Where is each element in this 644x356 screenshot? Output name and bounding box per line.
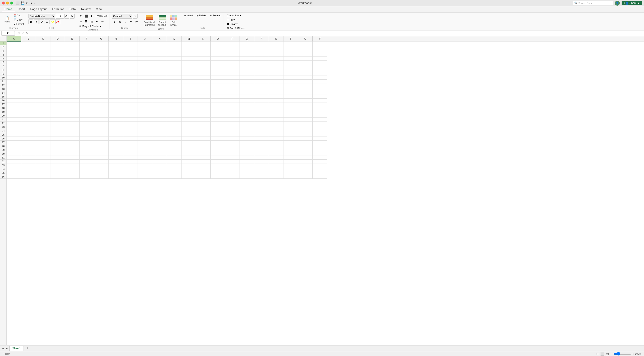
cell-E34[interactable] — [65, 167, 80, 171]
cell-N24[interactable] — [196, 129, 211, 133]
cell-U30[interactable] — [298, 152, 312, 156]
cell-F14[interactable] — [80, 91, 94, 95]
cell-C32[interactable] — [36, 160, 50, 163]
cell-L13[interactable] — [167, 87, 182, 91]
cell-J3[interactable] — [138, 49, 152, 53]
cell-I36[interactable] — [123, 175, 138, 179]
cell-B15[interactable] — [21, 95, 36, 99]
cell-B36[interactable] — [21, 175, 36, 179]
cell-B25[interactable] — [21, 133, 36, 137]
conditional-formatting-button[interactable]: Conditional Formatting — [142, 14, 156, 27]
cell-L20[interactable] — [167, 114, 182, 118]
cell-S10[interactable] — [269, 76, 284, 80]
cell-R14[interactable] — [254, 91, 269, 95]
cell-S14[interactable] — [269, 91, 284, 95]
tab-view[interactable]: View — [94, 7, 105, 12]
cell-L27[interactable] — [167, 141, 182, 144]
cell-A7[interactable] — [7, 64, 21, 68]
cell-H30[interactable] — [109, 152, 123, 156]
cell-L25[interactable] — [167, 133, 182, 137]
cell-G2[interactable] — [94, 45, 109, 49]
cell-S6[interactable] — [269, 61, 284, 64]
cell-I28[interactable] — [123, 144, 138, 148]
cell-A9[interactable] — [7, 72, 21, 76]
cell-I17[interactable] — [123, 103, 138, 106]
cell-P23[interactable] — [225, 125, 240, 129]
cell-E10[interactable] — [65, 76, 80, 80]
cell-F2[interactable] — [80, 45, 94, 49]
cell-Q18[interactable] — [240, 106, 254, 110]
col-header-Q[interactable]: Q — [240, 36, 254, 41]
cell-Q15[interactable] — [240, 95, 254, 99]
format-painter-button[interactable]: 🖌 Format — [12, 22, 25, 26]
cell-C34[interactable] — [36, 167, 50, 171]
cell-B2[interactable] — [21, 45, 36, 49]
indent-decrease-button[interactable]: ⇤ — [94, 19, 100, 24]
cell-J18[interactable] — [138, 106, 152, 110]
cell-F27[interactable] — [80, 141, 94, 144]
cell-O7[interactable] — [211, 64, 225, 68]
cell-U9[interactable] — [298, 72, 312, 76]
cell-D6[interactable] — [50, 61, 65, 64]
cell-B24[interactable] — [21, 129, 36, 133]
cell-H6[interactable] — [109, 61, 123, 64]
cell-K15[interactable] — [152, 95, 167, 99]
cell-B18[interactable] — [21, 106, 36, 110]
cell-N35[interactable] — [196, 171, 211, 175]
cell-B10[interactable] — [21, 76, 36, 80]
cell-P26[interactable] — [225, 137, 240, 141]
fill-button[interactable]: ⬇ Fill ▾ — [226, 18, 246, 22]
cell-I1[interactable] — [123, 42, 138, 45]
formula-fx-button[interactable]: fx — [26, 32, 28, 35]
cell-A18[interactable] — [7, 106, 21, 110]
cell-U6[interactable] — [298, 61, 312, 64]
cell-N2[interactable] — [196, 45, 211, 49]
cell-J8[interactable] — [138, 68, 152, 72]
cell-P5[interactable] — [225, 57, 240, 61]
cell-P11[interactable] — [225, 80, 240, 83]
cell-D11[interactable] — [50, 80, 65, 83]
cell-N1[interactable] — [196, 42, 211, 45]
cell-N29[interactable] — [196, 148, 211, 152]
cell-R1[interactable] — [254, 42, 269, 45]
cell-C12[interactable] — [36, 83, 50, 87]
cell-J32[interactable] — [138, 160, 152, 163]
col-header-L[interactable]: L — [167, 36, 182, 41]
cell-H29[interactable] — [109, 148, 123, 152]
cell-J36[interactable] — [138, 175, 152, 179]
cell-T22[interactable] — [284, 122, 298, 125]
cell-U10[interactable] — [298, 76, 312, 80]
cell-D27[interactable] — [50, 141, 65, 144]
cell-C26[interactable] — [36, 137, 50, 141]
cell-O25[interactable] — [211, 133, 225, 137]
cell-S16[interactable] — [269, 99, 284, 103]
zoom-in-button[interactable]: + — [632, 352, 634, 355]
cell-S33[interactable] — [269, 163, 284, 167]
cell-V24[interactable] — [312, 129, 327, 133]
cell-H5[interactable] — [109, 57, 123, 61]
cell-L19[interactable] — [167, 110, 182, 114]
cell-E23[interactable] — [65, 125, 80, 129]
tab-page-layout[interactable]: Page Layout — [28, 7, 49, 12]
cell-T36[interactable] — [284, 175, 298, 179]
cell-C15[interactable] — [36, 95, 50, 99]
cell-R11[interactable] — [254, 80, 269, 83]
cell-D33[interactable] — [50, 163, 65, 167]
cell-J33[interactable] — [138, 163, 152, 167]
cell-S20[interactable] — [269, 114, 284, 118]
cell-K20[interactable] — [152, 114, 167, 118]
cell-O16[interactable] — [211, 99, 225, 103]
cell-J15[interactable] — [138, 95, 152, 99]
cell-A29[interactable] — [7, 148, 21, 152]
cell-U25[interactable] — [298, 133, 312, 137]
align-right-button[interactable]: ▤ — [89, 19, 94, 24]
cell-F29[interactable] — [80, 148, 94, 152]
cell-E8[interactable] — [65, 68, 80, 72]
col-header-G[interactable]: G — [94, 36, 109, 41]
cell-D4[interactable] — [50, 53, 65, 57]
cell-H31[interactable] — [109, 156, 123, 160]
cell-L1[interactable] — [167, 42, 182, 45]
cell-C30[interactable] — [36, 152, 50, 156]
cell-J19[interactable] — [138, 110, 152, 114]
cell-E7[interactable] — [65, 64, 80, 68]
